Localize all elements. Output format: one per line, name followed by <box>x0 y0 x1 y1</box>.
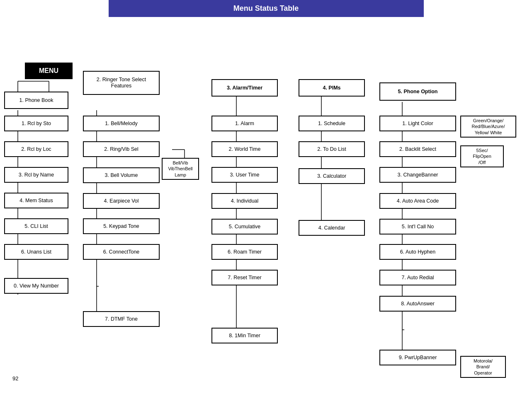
connect-tone-node: 6. ConnectTone <box>83 244 160 260</box>
keypad-tone-node: 5. Keypad Tone <box>83 218 160 234</box>
backlit-options: 5Sec/ FlipOpen /Off <box>460 145 504 167</box>
view-my-number-node: 0. View My Number <box>4 278 68 294</box>
rcl-by-sto-node: 1. Rcl by Sto <box>4 116 68 131</box>
auto-redial-node: 7. Auto Redial <box>379 270 456 285</box>
page-header: Menu Status Table <box>0 0 532 17</box>
backlit-select-node: 2. Backlit Select <box>379 141 456 157</box>
rcl-by-name-node: 3. Rcl by Name <box>4 167 68 183</box>
dtmf-tone-node: 7. DTMF Tone <box>83 311 160 327</box>
intl-call-no-node: 5. Int'l Call No <box>379 219 456 234</box>
pims-node: 4. PIMs <box>299 79 365 97</box>
alarm-node: 1. Alarm <box>211 116 278 131</box>
page-number: 92 <box>12 375 18 382</box>
cli-list-node: 5. CLI List <box>4 218 68 234</box>
light-color-node: 1. Light Color <box>379 116 456 131</box>
reset-timer-node: 7. Reset Timer <box>211 270 278 285</box>
calculator-node: 3. Calculator <box>299 168 365 184</box>
change-banner-node: 3. ChangeBanner <box>379 167 456 183</box>
pwr-up-options: Motorola/ Brand/ Operator <box>460 356 506 378</box>
bell-melody-node: 1. Bell/Melody <box>83 116 160 131</box>
one-min-timer-node: 8. 1Min Timer <box>211 328 278 343</box>
individual-node: 4. Individual <box>211 193 278 209</box>
world-time-node: 2. World Time <box>211 141 278 157</box>
rcl-by-loc-node: 2. Rcl by Loc <box>4 141 68 157</box>
bell-vib-label: Bell/Vib VibThenBell Lamp <box>162 158 199 180</box>
user-time-node: 3. User Time <box>211 167 278 183</box>
pwr-up-banner-node: 9. PwrUpBanner <box>379 350 456 365</box>
schedule-node: 1. Schedule <box>299 116 365 131</box>
bell-volume-node: 3. Bell Volume <box>83 167 160 183</box>
cumulative-node: 5. Cumulative <box>211 219 278 234</box>
alarm-timer-node: 3. Alarm/Timer <box>211 79 278 97</box>
ring-vib-sel-node: 2. Ring/Vib Sel <box>83 141 160 157</box>
auto-answer-node: 8. AutoAnswer <box>379 296 456 312</box>
menu-node: MENU <box>25 63 73 79</box>
phone-option-node: 5. Phone Option <box>379 82 456 101</box>
roam-timer-node: 6. Roam Timer <box>211 244 278 260</box>
mem-status-node: 4. Mem Status <box>4 193 68 208</box>
earpiece-vol-node: 4. Earpiece Vol <box>83 193 160 209</box>
todo-list-node: 2. To Do List <box>299 141 365 157</box>
auto-area-code-node: 4. Auto Area Code <box>379 193 456 209</box>
auto-hyphen-node: 6. Auto Hyphen <box>379 244 456 260</box>
ringer-tone-node: 2. Ringer Tone Select Features <box>83 71 160 95</box>
phone-book-node: 1. Phone Book <box>4 92 68 109</box>
unans-list-node: 6. Unans List <box>4 244 68 260</box>
calendar-node: 4. Calendar <box>299 220 365 236</box>
light-color-options: Green/Orange/ Red/Blue/Azure/ Yellow/ Wh… <box>460 116 516 138</box>
